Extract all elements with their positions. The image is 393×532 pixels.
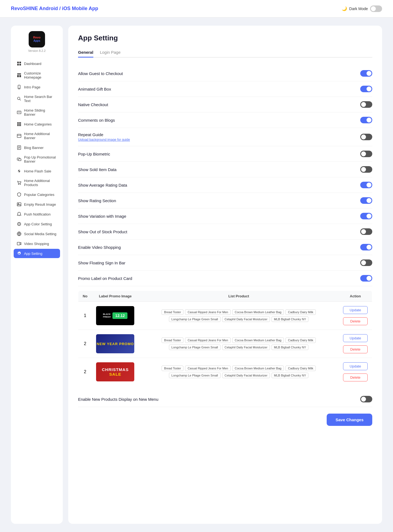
toggle-out-of-stock[interactable] <box>360 228 372 235</box>
gear-icon <box>17 251 21 256</box>
sliding-banner-icon <box>17 110 21 115</box>
popup-icon <box>17 157 21 162</box>
sidebar-label-social: Social Media Setting <box>24 232 56 236</box>
toggle-video[interactable] <box>360 244 372 250</box>
sidebar-item-empty-result[interactable]: Empty Result Image <box>14 200 60 209</box>
sidebar-item-color[interactable]: App Color Setting <box>14 219 60 229</box>
sidebar-item-popular[interactable]: Popular Categories <box>14 190 60 199</box>
shield-icon <box>17 192 21 197</box>
flash-icon <box>17 169 21 173</box>
svg-rect-15 <box>20 122 21 123</box>
toggle-native-checkout[interactable] <box>360 101 372 108</box>
sidebar-item-categories[interactable]: Home Categories <box>14 119 60 129</box>
toggle-animated-gift[interactable] <box>360 86 372 92</box>
sidebar-item-flash-sale[interactable]: Home Flash Sale <box>14 166 60 176</box>
setting-sublabel-repeat-guide[interactable]: Upload background image for guide <box>78 138 130 142</box>
setting-animated-gift: Animated Gift Box <box>78 81 372 97</box>
svg-point-31 <box>18 184 19 185</box>
svg-rect-0 <box>17 62 19 63</box>
toggle-comments[interactable] <box>360 117 372 123</box>
search-icon <box>17 97 21 101</box>
row-products-3: Bread Toster Casual Ripped Jeans For Men… <box>139 358 339 386</box>
setting-label-promo: Promo Label on Product Card <box>78 276 132 281</box>
update-button-1[interactable]: Update <box>343 306 368 314</box>
content-area: App Setting General Login Page Allow Gue… <box>68 26 382 524</box>
row-actions-1: Update Delete <box>339 302 372 330</box>
svg-rect-18 <box>20 124 21 125</box>
app-header: RevoSHINE Android / iOS Mobile App 🌙 Dar… <box>0 0 393 17</box>
sidebar-label-search: Home Search Bar Text <box>24 95 57 103</box>
phone-icon <box>17 85 21 89</box>
logo-area: Revo Apps Version 8.2.2 <box>28 31 46 52</box>
sidebar-item-push-notification[interactable]: Push Notification <box>14 210 60 219</box>
svg-rect-19 <box>17 125 18 126</box>
setting-label-out-of-stock: Show Out of Stock Product <box>78 229 127 234</box>
setting-promo-label: Promo Label on Product Card <box>78 271 372 286</box>
cart-icon <box>17 181 21 185</box>
update-button-2[interactable]: Update <box>343 334 368 342</box>
dark-mode-switch[interactable] <box>370 5 382 12</box>
setting-label-repeat-guide: Repeat Guide <box>78 132 130 137</box>
sidebar-item-popup[interactable]: Pop Up Promotional Banner <box>14 153 60 166</box>
main-layout: Revo Apps Version 8.2.2 Dashboard Custom… <box>0 17 393 532</box>
setting-label-sold: Show Sold Item Data <box>78 167 117 172</box>
settings-list: Allow Guest to Checkout Animated Gift Bo… <box>78 66 372 286</box>
delete-button-3[interactable]: Delete <box>343 373 368 381</box>
logo-box: Revo Apps <box>29 31 45 47</box>
setting-native-checkout: Native Checkout <box>78 97 372 112</box>
toggle-biometric[interactable] <box>360 151 372 157</box>
toggle-floating[interactable] <box>360 259 372 266</box>
sidebar-item-additional-products[interactable]: Home Additional Products <box>14 176 60 189</box>
sidebar-label-empty: Empty Result Image <box>24 202 56 207</box>
setting-label-allow-guest: Allow Guest to Checkout <box>78 71 123 76</box>
setting-label-native-checkout: Native Checkout <box>78 102 108 107</box>
sidebar-item-dashboard[interactable]: Dashboard <box>14 59 60 68</box>
sidebar-label-color: App Color Setting <box>24 222 52 226</box>
save-changes-button[interactable]: Save Changes <box>327 414 372 426</box>
categories-icon <box>17 122 21 126</box>
setting-show-sold: Show Sold Item Data <box>78 162 372 177</box>
update-button-3[interactable]: Update <box>343 362 368 370</box>
setting-out-of-stock: Show Out of Stock Product <box>78 224 372 240</box>
promo-table: No Label Promo Image List Product Action… <box>78 291 372 386</box>
svg-rect-17 <box>19 124 20 125</box>
setting-label-avg-rating: Show Average Rating Data <box>78 183 127 187</box>
toggle-sold[interactable] <box>360 166 372 173</box>
svg-rect-4 <box>17 73 21 74</box>
row-products-1: Bread Toster Casual Ripped Jeans For Men… <box>139 302 339 330</box>
svg-point-34 <box>18 204 19 204</box>
toggle-avg-rating[interactable] <box>360 182 372 188</box>
toggle-rating[interactable] <box>360 197 372 204</box>
svg-rect-14 <box>19 122 20 123</box>
sidebar-label-popup: Pop Up Promotional Banner <box>24 155 57 163</box>
setting-allow-guest: Allow Guest to Checkout <box>78 66 372 81</box>
row-no: 2 <box>78 358 92 386</box>
sidebar-item-intro-page[interactable]: Intro Page <box>14 82 60 92</box>
sidebar-item-home-search[interactable]: Home Search Bar Text <box>14 92 60 105</box>
sidebar-item-app-setting[interactable]: App Setting <box>14 249 60 258</box>
toggle-allow-guest[interactable] <box>360 70 372 77</box>
sidebar-item-blog-banner[interactable]: Blog Banner <box>14 143 60 152</box>
sidebar-label-additional-products: Home Additional Products <box>24 179 57 187</box>
row-products-2: Bread Toster Casual Ripped Jeans For Men… <box>139 330 339 358</box>
globe-icon <box>17 232 21 236</box>
tab-general[interactable]: General <box>78 48 93 58</box>
sidebar-nav: Dashboard Customize Homepage Intro Page … <box>14 59 60 259</box>
toggle-promo[interactable] <box>360 275 372 282</box>
toggle-new-products[interactable] <box>360 396 372 402</box>
setting-avg-rating: Show Average Rating Data <box>78 177 372 193</box>
delete-button-1[interactable]: Delete <box>343 317 368 325</box>
sidebar-item-sliding-banner[interactable]: Home Sliding Banner <box>14 106 60 119</box>
sidebar-item-social-media[interactable]: Social Media Setting <box>14 229 60 238</box>
toggle-repeat-guide[interactable] <box>360 134 372 140</box>
row-image-xmas: CHRISTMAS SALE <box>92 358 139 386</box>
setting-video-shopping: Enable Video Shopping <box>78 240 372 255</box>
delete-button-2[interactable]: Delete <box>343 345 368 353</box>
sidebar-item-video[interactable]: Video Shopping <box>14 239 60 248</box>
tab-login-page[interactable]: Login Page <box>100 48 121 58</box>
dark-mode-toggle[interactable]: 🌙 Dark Mode <box>342 5 382 12</box>
sidebar-item-additional-banner[interactable]: Home Additional Banner <box>14 129 60 142</box>
blog-icon <box>17 145 21 150</box>
sidebar-item-customize-homepage[interactable]: Customize Homepage <box>14 69 60 82</box>
toggle-variation[interactable] <box>360 213 372 219</box>
